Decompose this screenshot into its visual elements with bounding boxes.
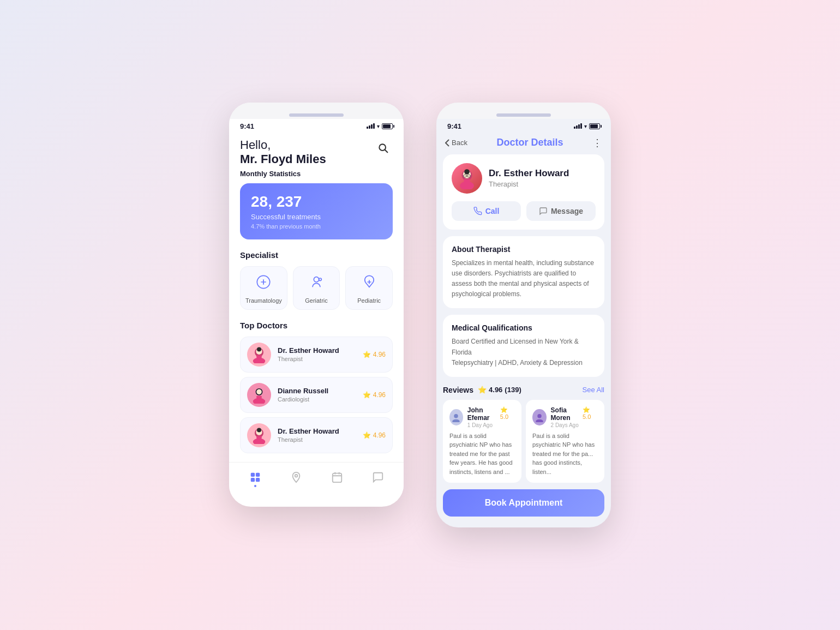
review-text-1: Paul is a solid psychiatric NP who has t… xyxy=(532,431,598,477)
monthly-label: Monthly Statistics xyxy=(240,170,393,178)
doctor-list: Dr. Esther Howard Therapist ⭐ 4.96 xyxy=(240,337,393,453)
header-row: Hello, Mr. Floyd Miles xyxy=(240,133,393,170)
wifi-icon-1: ▾ xyxy=(377,123,380,129)
svg-rect-23 xyxy=(332,473,341,483)
book-appointment-button[interactable]: Book Appointment xyxy=(443,489,604,517)
doctor-item-2[interactable]: Dr. Esther Howard Therapist ⭐ 4.96 xyxy=(240,417,393,453)
see-all-button[interactable]: See All xyxy=(583,386,604,394)
status-time-1: 9:41 xyxy=(240,122,254,130)
about-text: Specializes in mental health, including … xyxy=(452,258,596,300)
message-label: Message xyxy=(551,207,583,215)
wifi-icon-2: ▾ xyxy=(584,123,587,129)
traumatology-icon xyxy=(256,274,271,293)
back-button[interactable]: Back xyxy=(445,139,467,147)
doctor-profile-name: Dr. Esther Howard xyxy=(489,168,569,179)
nav-location[interactable] xyxy=(285,469,308,489)
about-title: About Therapist xyxy=(452,245,596,254)
svg-point-30 xyxy=(464,169,470,175)
greeting-hello: Hello, xyxy=(240,138,326,152)
reviews-title: Reviews xyxy=(443,386,473,394)
doctor-avatar-0 xyxy=(247,343,271,367)
back-label: Back xyxy=(452,139,467,147)
bottom-nav xyxy=(229,462,404,496)
svg-point-2 xyxy=(314,277,319,282)
status-icons-1: ▾ xyxy=(367,123,393,129)
qualifications-card: Medical Qualifications Board Certified a… xyxy=(443,315,604,377)
more-options-button[interactable]: ⋮ xyxy=(592,137,602,149)
nav-home[interactable] xyxy=(244,469,267,489)
reviewer-details-1: Sofia Moren 2 Days Ago xyxy=(551,406,583,428)
doctor-rating-2: ⭐ 4.96 xyxy=(363,431,386,439)
stats-card: 28, 237 Successful treatments 4.7% than … xyxy=(240,183,393,239)
qualifications-title: Medical Qualifications xyxy=(452,323,596,332)
greeting-text: Hello, Mr. Floyd Miles xyxy=(240,138,326,166)
doctor-rating-1: ⭐ 4.96 xyxy=(363,391,386,399)
specialist-pediatric[interactable]: Pediatric xyxy=(345,266,393,310)
nav-home-dot xyxy=(254,485,256,487)
svg-rect-20 xyxy=(250,478,254,482)
traumatology-label: Traumatology xyxy=(245,297,282,304)
screens-container: 9:41 ▾ Hello, Mr. Floyd Miles xyxy=(229,103,611,528)
top-doctors-title: Top Doctors xyxy=(240,321,393,330)
pediatric-label: Pediatric xyxy=(357,297,381,304)
review-text-0: Paul is a solid psychiatric NP who has t… xyxy=(449,431,515,477)
specialist-geriatric[interactable]: Geriatric xyxy=(293,266,340,310)
call-button[interactable]: Call xyxy=(452,201,521,221)
screen1-content: Hello, Mr. Floyd Miles Monthly Statistic… xyxy=(229,133,404,453)
message-button[interactable]: Message xyxy=(526,201,596,221)
doctor-avatar-1 xyxy=(247,383,271,407)
svg-rect-7 xyxy=(256,356,262,358)
svg-rect-18 xyxy=(250,473,254,477)
status-bar-1: 9:41 ▾ xyxy=(229,119,404,133)
signal-icon-1 xyxy=(367,123,375,129)
svg-rect-21 xyxy=(255,478,259,482)
reviewer-avatar-0 xyxy=(449,409,463,425)
svg-point-14 xyxy=(253,439,265,444)
doctor-profile-top: Dr. Esther Howard Therapist xyxy=(452,163,596,194)
stats-change: 4.7% than previous month xyxy=(251,223,382,230)
screen2-scroll: Dr. Esther Howard Therapist Call xyxy=(436,154,611,490)
svg-point-3 xyxy=(319,278,322,281)
reviewer-date-0: 1 Day Ago xyxy=(467,422,500,428)
specialist-traumatology[interactable]: Traumatology xyxy=(240,266,287,310)
svg-rect-16 xyxy=(256,436,262,439)
svg-point-17 xyxy=(257,428,261,432)
nav-chat[interactable] xyxy=(367,469,389,489)
phone-screen-2: 9:41 ▾ Back Doctor xyxy=(436,103,611,528)
svg-point-8 xyxy=(257,347,261,351)
svg-point-11 xyxy=(253,398,265,404)
svg-point-35 xyxy=(454,414,459,418)
doctor-info-0: Dr. Esther Howard Therapist xyxy=(278,346,356,362)
doctor-profile-card: Dr. Esther Howard Therapist Call xyxy=(443,154,604,230)
svg-point-5 xyxy=(253,358,265,363)
reviewer-avatar-1 xyxy=(532,409,547,425)
status-time-2: 9:41 xyxy=(447,122,461,130)
nav-calendar[interactable] xyxy=(326,469,349,489)
specialist-title: Specialist xyxy=(240,250,393,260)
doctor-item-0[interactable]: Dr. Esther Howard Therapist ⭐ 4.96 xyxy=(240,337,393,373)
search-button[interactable] xyxy=(373,138,393,158)
svg-point-37 xyxy=(537,414,542,418)
phone-notch-1 xyxy=(229,103,404,119)
reviews-rating: ⭐ 4.96 (139) xyxy=(478,386,521,394)
svg-rect-12 xyxy=(256,396,262,399)
doctor-profile-specialty: Therapist xyxy=(489,180,569,188)
doctor-name-1: Dianne Russell xyxy=(278,387,356,395)
review-card-1: Sofia Moren 2 Days Ago ⭐ 5.0 Paul is a s… xyxy=(526,400,604,483)
reviewer-name-0: John Efemar xyxy=(467,406,500,422)
svg-point-38 xyxy=(536,419,543,422)
specialist-grid: Traumatology Geriatric xyxy=(240,266,393,310)
doctor-item-1[interactable]: Dianne Russell Cardiologist ⭐ 4.96 xyxy=(240,377,393,413)
doctor-specialty-2: Therapist xyxy=(278,436,356,443)
greeting-name: Mr. Floyd Miles xyxy=(240,152,326,166)
svg-point-10 xyxy=(256,389,262,395)
page-title: Doctor Details xyxy=(496,137,563,148)
reviewer-info-0: John Efemar 1 Day Ago xyxy=(449,406,500,428)
reviewer-date-1: 2 Days Ago xyxy=(551,422,583,428)
reviewer-name-1: Sofia Moren xyxy=(551,406,583,422)
review-header-0: John Efemar 1 Day Ago ⭐ 5.0 xyxy=(449,406,515,428)
battery-icon-1 xyxy=(382,123,393,129)
reviews-count: (139) xyxy=(505,386,521,394)
svg-point-29 xyxy=(460,181,474,189)
qualifications-text: Board Certified and Licensed in New York… xyxy=(452,337,596,368)
